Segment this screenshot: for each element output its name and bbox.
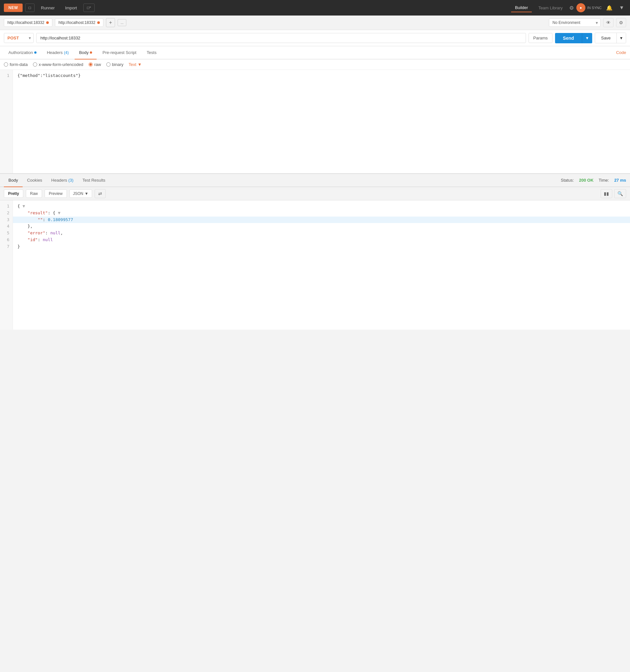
method-select-wrapper: POST GET PUT DELETE PATCH	[4, 33, 33, 43]
raw-button[interactable]: Raw	[26, 189, 42, 198]
resp-line-6: 6	[3, 237, 9, 243]
resp-headers-label: Headers	[51, 178, 67, 183]
tab-url-2: http://localhost:18332	[58, 20, 95, 25]
env-eye-button[interactable]: 👁	[603, 18, 613, 27]
save-button[interactable]: Save	[595, 33, 616, 43]
urlencoded-radio[interactable]	[33, 63, 37, 67]
resp-line-1: 1	[3, 203, 9, 210]
team-library-tab[interactable]: Team Library	[534, 4, 566, 12]
url-tab-bar: http://localhost:18332 http://localhost:…	[0, 16, 630, 30]
response-toolbar: Pretty Raw Preview JSON ▼ ⇄ ▮▮ 🔍	[0, 187, 630, 200]
url-input[interactable]	[36, 33, 526, 43]
resp-tab-headers[interactable]: Headers (3)	[47, 174, 78, 187]
resp-line-7: 7	[3, 243, 9, 250]
binary-option[interactable]: binary	[106, 62, 123, 67]
resp-json-line-2: "result": { ▼	[18, 210, 626, 217]
urlencoded-option[interactable]: x-www-form-urlencoded	[33, 62, 83, 67]
env-dropdown[interactable]: No Environment	[549, 19, 601, 27]
search-icon: 🔍	[618, 191, 623, 196]
response-code-area: 1 2 3 4 5 6 7 { ▼ "result": { ▼ "": 0.18…	[0, 200, 630, 330]
binary-label: binary	[112, 62, 123, 67]
json-format-chevron: ▼	[85, 191, 89, 196]
wrap-lines-button[interactable]: ⇄	[95, 189, 106, 198]
builder-tab[interactable]: Builder	[511, 4, 532, 12]
preview-button[interactable]: Preview	[45, 189, 67, 198]
json-format-dropdown[interactable]: JSON ▼	[70, 189, 92, 198]
resp-line-5: 5	[3, 230, 9, 237]
send-button[interactable]: Send	[555, 33, 582, 43]
code-link-button[interactable]: Code	[616, 50, 626, 55]
resp-tab-test-results[interactable]: Test Results	[78, 174, 110, 187]
import-button[interactable]: Import	[61, 4, 81, 12]
send-dropdown-button[interactable]: ▼	[582, 33, 593, 43]
add-tab-button[interactable]: +	[106, 18, 115, 27]
tab-authorization[interactable]: Authorization	[4, 46, 41, 59]
text-type-dropdown[interactable]: Text ▼	[129, 62, 142, 67]
runner-button[interactable]: Runner	[37, 4, 59, 12]
params-button[interactable]: Params	[529, 33, 553, 43]
pretty-button[interactable]: Pretty	[4, 189, 23, 198]
form-data-option[interactable]: form-data	[4, 62, 28, 67]
tab-tests[interactable]: Tests	[142, 46, 161, 59]
editor-content[interactable]: {"method":"listaccounts"}	[13, 70, 630, 173]
tab-url-1: http://localhost:18332	[7, 20, 44, 25]
request-line: POST GET PUT DELETE PATCH Params Send ▼ …	[0, 30, 630, 46]
expand-button[interactable]: ▼	[617, 4, 626, 12]
form-data-radio[interactable]	[4, 63, 8, 67]
response-status-area: Status: 200 OK Time: 27 ms	[561, 178, 626, 183]
new-tab-icon: □⁺	[87, 5, 91, 10]
method-select[interactable]: POST GET PUT DELETE PATCH	[4, 33, 33, 43]
layout-icon-button[interactable]: □	[25, 4, 34, 12]
binary-radio[interactable]	[106, 63, 110, 67]
top-navigation: NEW □ Runner Import □⁺ Builder Team Libr…	[0, 0, 630, 16]
resp-tab-cookies[interactable]: Cookies	[23, 174, 47, 187]
tab-dot-1	[46, 21, 49, 24]
response-section: Body Cookies Headers (3) Test Results St…	[0, 174, 630, 330]
response-json-content: { ▼ "result": { ▼ "": 0.18099577 }, "err…	[13, 200, 630, 330]
response-tabs-bar: Body Cookies Headers (3) Test Results St…	[0, 174, 630, 187]
tab-body[interactable]: Body	[75, 46, 97, 59]
tab-authorization-label: Authorization	[8, 50, 33, 55]
response-line-numbers: 1 2 3 4 5 6 7	[0, 200, 13, 330]
tab-item-2[interactable]: http://localhost:18332	[55, 19, 103, 27]
response-action-buttons: ▮▮ 🔍	[601, 189, 626, 198]
sync-area: ● IN SYNC	[576, 3, 602, 12]
resp-tab-body[interactable]: Body	[4, 174, 23, 187]
copy-response-button[interactable]: ▮▮	[601, 189, 612, 198]
nav-right-controls: ⚙ ● IN SYNC 🔔 ▼	[569, 3, 626, 12]
new-button[interactable]: NEW	[4, 4, 23, 12]
notification-button[interactable]: 🔔	[604, 4, 614, 12]
more-tabs-button[interactable]: ...	[118, 19, 126, 26]
layout-icon: □	[29, 5, 31, 10]
authorization-dot	[34, 51, 36, 54]
editor-line-numbers: 1	[0, 70, 13, 173]
save-dropdown-button[interactable]: ▼	[616, 33, 626, 43]
raw-option[interactable]: raw	[89, 62, 101, 67]
json-format-label: JSON	[73, 191, 83, 196]
tab-headers-label: Headers	[47, 50, 63, 55]
send-button-group: Send ▼	[555, 33, 592, 43]
resp-json-line-5: "error": null,	[18, 230, 626, 237]
new-tab-button[interactable]: □⁺	[83, 4, 95, 12]
tab-headers[interactable]: Headers (4)	[42, 46, 73, 59]
status-value: 200 OK	[579, 178, 594, 183]
environment-selector: No Environment 👁 ⚙	[549, 18, 626, 27]
text-type-label: Text	[129, 62, 136, 67]
tab-prerequest[interactable]: Pre-request Script	[98, 46, 141, 59]
search-response-button[interactable]: 🔍	[614, 189, 626, 198]
env-gear-button[interactable]: ⚙	[616, 18, 626, 27]
resp-json-line-4: },	[18, 223, 626, 230]
resp-line-2: 2	[3, 210, 9, 217]
tab-dot-2	[97, 21, 100, 24]
code-editor: 1 {"method":"listaccounts"}	[0, 70, 630, 173]
copy-icon: ▮▮	[604, 191, 609, 196]
env-dropdown-wrapper[interactable]: No Environment	[549, 19, 601, 27]
raw-radio[interactable]	[89, 63, 93, 67]
resp-headers-badge: (3)	[68, 178, 73, 183]
sync-label: IN SYNC	[587, 6, 602, 10]
text-type-chevron: ▼	[137, 62, 142, 67]
resp-json-line-3: "": 0.18099577	[13, 217, 630, 223]
tab-item-1[interactable]: http://localhost:18332	[4, 19, 52, 27]
time-value: 27 ms	[614, 178, 626, 183]
tab-prerequest-label: Pre-request Script	[102, 50, 136, 55]
